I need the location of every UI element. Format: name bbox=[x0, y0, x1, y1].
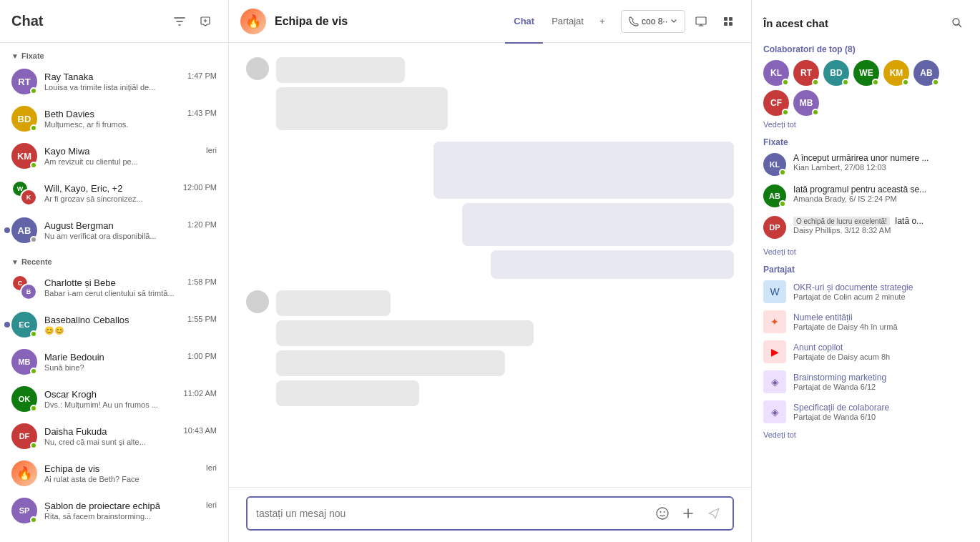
chat-time: 12:00 PM bbox=[183, 183, 217, 192]
message-bubble bbox=[276, 57, 405, 83]
new-chat-button[interactable] bbox=[194, 10, 217, 33]
chat-item-beth-davies[interactable]: BD Beth Davies Mulțumesc, ar fi frumos. … bbox=[0, 100, 228, 137]
collab-status bbox=[812, 109, 819, 116]
shared-item-okr: W OKR-uri și documente strategie Partaja… bbox=[763, 280, 969, 303]
see-all-pinned-link[interactable]: Vedeți tot bbox=[763, 247, 969, 256]
chat-preview: Am revizuit cu clientul pe... bbox=[44, 157, 202, 166]
screen-share-icon bbox=[695, 16, 707, 27]
shared-section-label: Partajat bbox=[763, 265, 969, 275]
chat-info-sablon-proiectare: Șablon de proiectare echipă Rita, să fac… bbox=[44, 501, 202, 521]
pinned-message: O echipă de lucru excelentă! Iată o... bbox=[793, 216, 969, 226]
chat-name: Oscar Krogh bbox=[44, 389, 180, 400]
chat-item-daisha-fukuda[interactable]: DF Daisha Fukuda Nu, cred că mai sunt și… bbox=[0, 418, 228, 455]
chat-name: Kayo Miwa bbox=[44, 146, 202, 157]
messages-area bbox=[229, 43, 751, 487]
message-bubbles bbox=[441, 142, 734, 279]
svg-rect-0 bbox=[696, 17, 706, 24]
chat-item-sablon-proiectare[interactable]: SP Șablon de proiectare echipă Rita, să … bbox=[0, 492, 228, 529]
shared-sub: Partajat de Wanda 6/10 bbox=[793, 413, 969, 421]
message-input[interactable] bbox=[256, 508, 647, 519]
chat-time: 11:02 AM bbox=[184, 389, 217, 398]
shared-name[interactable]: OKR-uri și documente strategie bbox=[793, 282, 969, 292]
chat-time: 1:20 PM bbox=[187, 220, 217, 229]
chat-name: Marie Bedouin bbox=[44, 352, 183, 363]
chat-item-charlotte-bebe[interactable]: C B Charlotte și Bebe Babar i-am cerut c… bbox=[0, 269, 228, 306]
chat-item-kayo-miwa[interactable]: KM Kayo Miwa Am revizuit cu clientul pe.… bbox=[0, 137, 228, 174]
chat-item-ray-tanaka[interactable]: RT Ray Tanaka Louisa va trimite lista in… bbox=[0, 63, 228, 100]
collab-avatar-we[interactable]: WE bbox=[853, 60, 879, 86]
purple-doc-icon: ◈ bbox=[763, 370, 786, 393]
tab-shared[interactable]: Partajat bbox=[543, 1, 592, 44]
collab-avatar-mb[interactable]: MB bbox=[793, 90, 819, 116]
status-dot-sablon-proiectare bbox=[30, 516, 37, 523]
chat-time: 1:43 PM bbox=[187, 109, 217, 117]
collab-status bbox=[902, 79, 909, 86]
shared-sub: Partajat de Colin acum 2 minute bbox=[793, 292, 969, 301]
filter-button[interactable] bbox=[168, 10, 191, 33]
chat-preview: Louisa va trimite lista inițiăl de... bbox=[44, 83, 183, 92]
collab-avatar-km[interactable]: KM bbox=[883, 60, 909, 86]
figma-icon: ✦ bbox=[763, 310, 786, 333]
collab-avatar-ab[interactable]: AB bbox=[913, 60, 939, 86]
chat-info-charlotte-bebe: Charlotte și Bebe Babar i-am cerut clien… bbox=[44, 277, 183, 297]
collab-avatar-kl[interactable]: KL bbox=[763, 60, 789, 86]
search-icon bbox=[951, 17, 963, 29]
avatar-group-will-kayo: W K bbox=[11, 180, 37, 206]
chat-time: 1:00 PM bbox=[187, 352, 217, 360]
status-dot bbox=[779, 200, 786, 207]
chat-time: Ieri bbox=[206, 501, 217, 509]
main-header: 🔥 Echipa de vis Chat Partajat + coo 8·· bbox=[229, 0, 751, 43]
collab-avatar-rt[interactable]: RT bbox=[793, 60, 819, 86]
see-all-collab-link[interactable]: Vedeți tot bbox=[763, 120, 969, 129]
collab-status bbox=[932, 79, 939, 86]
collab-avatar-bd[interactable]: BD bbox=[823, 60, 849, 86]
see-all-shared-link[interactable]: Vedeți tot bbox=[763, 430, 969, 439]
chat-item-marie-bedouin[interactable]: MB Marie Bedouin Sună bine? 1:00 PM bbox=[0, 343, 228, 380]
collab-status bbox=[842, 79, 849, 86]
add-icon bbox=[682, 507, 695, 520]
message-row-outgoing-1 bbox=[246, 142, 734, 279]
tab-add-button[interactable]: + bbox=[592, 11, 612, 31]
status-dot-marie-bedouin bbox=[30, 368, 37, 375]
chat-item-will-kayo[interactable]: W K Will, Kayo, Eric, +2 Ar fi grozav să… bbox=[0, 174, 228, 212]
purple-doc-icon-2: ◈ bbox=[763, 400, 786, 423]
screen-share-button[interactable] bbox=[690, 10, 712, 33]
pinned-item-amanda: AB Iată programul pentru această se... A… bbox=[763, 184, 969, 207]
chat-item-august-bergman[interactable]: AB August Bergman Nu am verificat ora di… bbox=[0, 212, 228, 249]
svg-point-5 bbox=[657, 508, 668, 519]
tab-chat[interactable]: Chat bbox=[505, 1, 543, 44]
message-avatar bbox=[246, 290, 269, 313]
chat-info-kayo-miwa: Kayo Miwa Am revizuit cu clientul pe... bbox=[44, 146, 202, 166]
chat-preview: Ai rulat asta de Beth? Face bbox=[44, 475, 202, 483]
message-bubbles bbox=[276, 290, 534, 406]
chat-item-baseballno[interactable]: EC Baseballno Ceballos 😊😊 1:55 PM bbox=[0, 306, 228, 343]
pinned-item-daisy: DP O echipă de lucru excelentă! Iată o..… bbox=[763, 216, 969, 239]
chat-item-echipa-de-vis[interactable]: 🔥 Echipa de vis Ai rulat asta de Beth? F… bbox=[0, 455, 228, 492]
emoji-button[interactable] bbox=[652, 503, 672, 523]
shared-name[interactable]: Brainstorming marketing bbox=[793, 373, 969, 383]
status-dot-oscar-krogh bbox=[30, 405, 37, 412]
send-button[interactable] bbox=[704, 503, 724, 523]
collab-status bbox=[782, 79, 789, 86]
pinned-info-kian: A început urmărirea unor numere ... Kian… bbox=[793, 153, 969, 172]
sidebar-header: Chat bbox=[0, 0, 228, 43]
shared-name[interactable]: Anunt copilot bbox=[793, 343, 969, 353]
phone-icon bbox=[629, 16, 639, 26]
collab-avatar-cf[interactable]: CF bbox=[763, 90, 789, 116]
chat-name: Daisha Fukuda bbox=[44, 426, 180, 437]
chat-time: 10:43 AM bbox=[184, 426, 217, 435]
attach-button[interactable] bbox=[678, 503, 698, 523]
message-input-area bbox=[229, 487, 751, 542]
message-bubble bbox=[491, 250, 734, 279]
collab-status bbox=[872, 79, 879, 86]
avatar-wrap-marie-bedouin: MB bbox=[11, 349, 37, 375]
shared-name[interactable]: Numele entității bbox=[793, 312, 969, 322]
status-dot-daisha-fukuda bbox=[30, 442, 37, 449]
chat-preview: 😊😊 bbox=[44, 326, 183, 335]
search-panel-button[interactable] bbox=[946, 11, 969, 34]
chat-item-oscar-krogh[interactable]: OK Oscar Krogh Dvs.: Mulțumim! Au un fru… bbox=[0, 380, 228, 418]
call-button[interactable]: coo 8·· bbox=[621, 10, 685, 33]
more-button[interactable] bbox=[717, 10, 740, 33]
avatar-wrap-charlotte-bebe: C B bbox=[11, 275, 37, 300]
shared-name[interactable]: Specificații de colaborare bbox=[793, 403, 969, 413]
